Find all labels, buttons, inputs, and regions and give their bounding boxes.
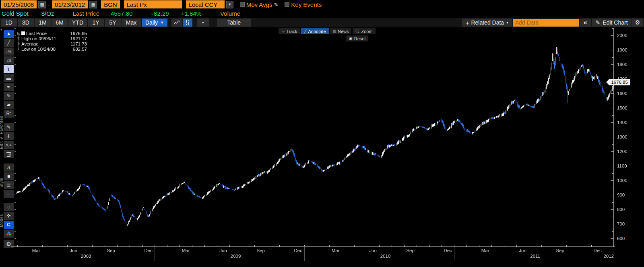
y-tick [611,93,613,94]
high-marker-icon: ⊤ [16,36,21,41]
related-caret-icon: ▾ [506,21,508,25]
collapse-panel-button[interactable]: « [580,19,591,27]
cursor-tool-button[interactable]: ➤ [4,30,14,38]
legend-row-low[interactable]: ⊥ Low on 10/24/08 682.57 [16,46,87,52]
x-tick [254,245,255,247]
bar-chart-type-button[interactable] [183,19,192,27]
x-tick [292,245,292,247]
plot-left-tick [14,72,16,72]
news-icon: ≣ [333,29,336,33]
anchor-mode-tool-button[interactable]: ✜ [4,212,14,220]
x-tick [329,245,330,247]
legend-row-average[interactable]: + Average 1171.73 [16,41,87,46]
text-tool-button[interactable]: T [4,65,14,73]
y-tick [612,57,613,58]
range-1m-button[interactable]: 1M [35,19,51,27]
end-calendar-icon[interactable]: ▦ [89,1,97,8]
ellipse-mode-tool-button[interactable]: ◌ [4,203,14,211]
edit-pencil-tool-button[interactable]: ✎ [4,123,14,131]
y-axis-label: 1800 [617,62,627,67]
y-axis-line [613,28,614,247]
fill-style-tool-button[interactable]: ■ [4,172,14,180]
range-max-button[interactable]: Max [122,19,141,27]
chart-settings-button[interactable]: ⚙ [632,19,643,27]
key-events-checkbox[interactable] [285,2,289,7]
source-field[interactable]: BGN [101,0,120,8]
range-3d-button[interactable]: 3D [18,19,34,27]
x-tick [367,245,367,247]
line-chart-type-button[interactable] [171,19,182,27]
y-tick [612,115,613,116]
channel-icon: ▰ [7,102,10,108]
year-label: 2012 [603,254,614,259]
line-style-tool-button[interactable]: ≣ [4,181,14,189]
currency-field[interactable]: Local CCY [186,0,225,8]
range-6m-button[interactable]: 6M [52,19,68,27]
price-change-value: +82.29 [150,10,169,17]
x-tick [317,245,317,247]
legend-row-last-price[interactable]: ⊞ Last Price 1676.85 [16,31,87,36]
move-tool-button[interactable]: ✛ [4,132,14,140]
mov-avgs-pencil-icon[interactable]: ✎ [274,2,278,8]
annotate-button[interactable]: ╱ Annotate [301,28,328,34]
range-1y-button[interactable]: 1Y [88,19,104,27]
y-tick [612,188,613,188]
cursor-icon: ➤ [6,31,11,36]
legend-row-high[interactable]: ⊤ High on 09/06/11 1921.17 [16,36,87,41]
period-dropdown[interactable]: Daily ▼ [142,19,167,27]
range-1d-button[interactable]: 1D [1,19,17,27]
price-bars-canvas[interactable] [14,28,613,246]
trendline-tool-button[interactable]: ╱ [4,39,14,47]
legend-expand-icon[interactable]: ⊞ [16,31,21,35]
chart-type-caret-button[interactable]: ▾ [197,19,209,27]
x-tick [204,245,205,247]
year-label: 2011 [530,254,540,259]
annotate-toolbar: ✛ Track ╱ Annotate ≣ News Zoom [279,28,376,34]
marker-tool-button[interactable]: ✒ [4,83,14,91]
y-tick [612,101,613,101]
plot-left-tick [14,130,16,130]
start-calendar-icon[interactable]: ▦ [38,1,46,8]
horizontal-line-tool-button[interactable]: ▬ [4,74,14,82]
regression-tool-button[interactable]: R: [4,110,14,118]
note-price-tool-button[interactable]: ↓$ [4,56,14,64]
news-button[interactable]: ≣ News [330,28,352,34]
range-5y-button[interactable]: 5Y [105,19,121,27]
add-data-input[interactable] [513,19,579,27]
text-style-tool-button[interactable]: A [4,164,14,172]
candle-mode-icon: C [7,222,10,228]
start-date-field[interactable]: 01/25/2008 [1,0,37,8]
currency-dropdown-caret-icon[interactable]: ▼ [226,1,233,8]
mov-avgs-checkbox[interactable] [240,2,245,7]
x-axis: MarJunSepDecMarJunSepDecMarJunSepDecMarJ… [14,246,613,264]
pen-tool-button[interactable]: ✎ [4,92,14,100]
settings-tool-button[interactable]: ⚙ [4,240,14,248]
channel-tool-button[interactable]: ▰ [4,101,14,109]
note-percent-tool-button[interactable]: ↓% [4,48,14,56]
x-axis-line [11,246,615,247]
zoom-button[interactable]: Zoom [353,28,375,34]
select-add-tool-button[interactable]: ↖+ [4,141,14,149]
range-ytd-button[interactable]: YTD [68,19,87,27]
y-axis-label: 1900 [617,48,627,52]
dash-style-tool-button[interactable]: ┄ [4,190,14,198]
edit-chart-button[interactable]: ✎ Edit Chart [592,19,632,27]
chart-plot-area[interactable] [14,28,613,246]
sidebar-caret-icon[interactable]: ▾ [0,27,2,31]
end-date-field[interactable]: 01/23/2012 [52,0,88,8]
color-mode-tool-button[interactable] [4,230,14,238]
price-type-field[interactable]: Last Px [124,0,182,8]
candle-mode-tool-button[interactable]: C [4,221,14,229]
period-caret-icon: ▼ [160,21,164,25]
chart-legend[interactable]: ⊞ Last Price 1676.85 ⊤ High on 09/06/11 … [16,31,87,52]
track-button[interactable]: ✛ Track [279,28,300,34]
y-tick [611,238,613,239]
x-tick [217,245,217,247]
year-separator [454,246,454,261]
table-button[interactable]: Table [217,19,251,27]
related-data-button[interactable]: + Related Data ▾ [462,19,512,27]
annotate-icon: ╱ [304,29,306,33]
x-tick [67,245,68,247]
delete-tool-button[interactable] [4,150,14,158]
reset-button[interactable]: ◉ Reset [346,35,368,41]
